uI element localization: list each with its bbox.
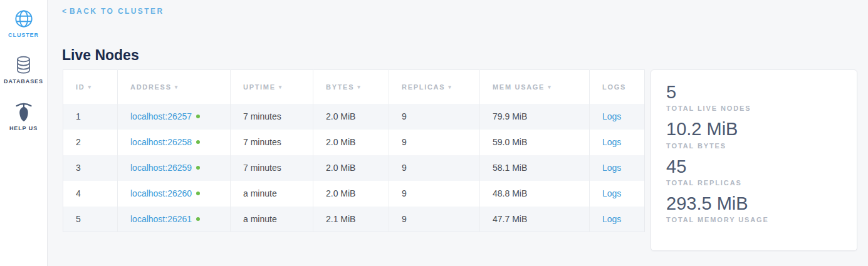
node-address-link[interactable]: localhost:26258 — [130, 137, 192, 147]
databases-icon — [14, 54, 33, 76]
node-address-link[interactable]: localhost:26260 — [130, 188, 192, 198]
stat-label: TOTAL REPLICAS — [666, 179, 842, 187]
cell-replicas: 9 — [389, 155, 480, 181]
cell-uptime: 7 minutes — [231, 155, 313, 181]
cell-logs: Logs — [590, 181, 645, 207]
cell-id: 1 — [63, 104, 118, 130]
summary-stat: 10.2 MiB TOTAL BYTES — [666, 119, 842, 149]
summary-card: 5 TOTAL LIVE NODES 10.2 MiB TOTAL BYTES … — [651, 69, 857, 251]
sidebar: CLUSTER DATABASES HELP US — [0, 0, 48, 266]
column-header-address[interactable]: ADDRESS▾ — [118, 70, 231, 104]
cell-id: 4 — [63, 181, 118, 207]
cell-mem-usage: 47.7 MiB — [480, 207, 590, 232]
node-logs-link[interactable]: Logs — [602, 137, 621, 147]
table-row: 3 localhost:26259 7 minutes 2.0 MiB 9 58… — [63, 155, 645, 181]
sidebar-item-label: DATABASES — [4, 78, 43, 84]
node-logs-link[interactable]: Logs — [602, 188, 621, 198]
stat-value: 293.5 MiB — [666, 193, 842, 214]
column-header-mem-usage[interactable]: MEM USAGE▾ — [480, 70, 590, 104]
stat-label: TOTAL LIVE NODES — [666, 105, 842, 112]
node-address-link[interactable]: localhost:26259 — [130, 163, 192, 173]
node-live-dot — [196, 192, 200, 195]
table-row: 4 localhost:26260 a minute 2.0 MiB 9 48.… — [63, 181, 645, 207]
table-row: 2 localhost:26258 7 minutes 2.0 MiB 9 59… — [63, 130, 645, 155]
cell-bytes: 2.1 MiB — [313, 207, 389, 232]
sidebar-item-cluster[interactable]: CLUSTER — [8, 8, 39, 38]
column-header-uptime[interactable]: UPTIME▾ — [231, 70, 313, 104]
cell-replicas: 9 — [389, 207, 480, 232]
table-row: 5 localhost:26261 a minute 2.1 MiB 9 47.… — [63, 207, 645, 232]
cell-address: localhost:26257 — [118, 104, 231, 130]
cell-uptime: 7 minutes — [231, 104, 313, 130]
cell-id: 5 — [63, 207, 118, 232]
cell-address: localhost:26260 — [118, 181, 231, 207]
sort-down-icon: ▾ — [448, 84, 452, 90]
cell-mem-usage: 79.9 MiB — [480, 104, 590, 130]
cell-logs: Logs — [590, 104, 645, 130]
node-logs-link[interactable]: Logs — [602, 111, 621, 121]
back-arrow-icon: < — [62, 7, 66, 16]
live-nodes-table: ID▾ ADDRESS▾ UPTIME▾ BYTES▾ REPLICAS▾ ME… — [63, 69, 644, 232]
stat-value: 5 — [666, 82, 842, 103]
summary-stat: 45 TOTAL REPLICAS — [666, 156, 842, 187]
column-header-logs: LOGS — [590, 70, 645, 104]
cell-replicas: 9 — [389, 130, 480, 155]
node-live-dot — [196, 140, 200, 144]
sidebar-item-databases[interactable]: DATABASES — [4, 54, 43, 84]
globe-icon — [13, 8, 34, 29]
sort-down-icon: ▾ — [88, 84, 92, 90]
table-header-row: ID▾ ADDRESS▾ UPTIME▾ BYTES▾ REPLICAS▾ ME… — [63, 70, 645, 104]
sort-down-icon: ▾ — [548, 84, 552, 90]
cell-replicas: 9 — [389, 104, 480, 130]
cell-address: localhost:26261 — [118, 207, 231, 232]
cell-mem-usage: 59.0 MiB — [480, 130, 590, 155]
cell-logs: Logs — [590, 207, 645, 232]
cell-bytes: 2.0 MiB — [313, 181, 389, 207]
cell-id: 3 — [63, 155, 118, 181]
stat-value: 10.2 MiB — [666, 119, 842, 140]
node-live-dot — [196, 115, 200, 118]
node-address-link[interactable]: localhost:26261 — [130, 214, 192, 224]
column-header-id[interactable]: ID▾ — [63, 70, 118, 104]
column-header-replicas[interactable]: REPLICAS▾ — [389, 70, 480, 104]
node-address-link[interactable]: localhost:26257 — [130, 111, 192, 121]
back-to-cluster-link[interactable]: <BACK TO CLUSTER — [62, 7, 164, 16]
cell-uptime: a minute — [231, 181, 313, 207]
table-row: 1 localhost:26257 7 minutes 2.0 MiB 9 79… — [63, 104, 645, 130]
cell-bytes: 2.0 MiB — [313, 104, 389, 130]
cell-mem-usage: 58.1 MiB — [480, 155, 590, 181]
cell-replicas: 9 — [389, 181, 480, 207]
node-logs-link[interactable]: Logs — [602, 214, 621, 224]
sidebar-item-help-us[interactable]: HELP US — [9, 101, 38, 131]
sidebar-item-label: CLUSTER — [8, 32, 39, 38]
cell-address: localhost:26258 — [118, 130, 231, 155]
cell-mem-usage: 48.8 MiB — [480, 181, 590, 207]
sort-down-icon: ▾ — [279, 84, 283, 90]
cell-uptime: a minute — [231, 207, 313, 232]
cell-bytes: 2.0 MiB — [313, 130, 389, 155]
sort-down-icon: ▾ — [357, 84, 361, 90]
summary-stat: 293.5 MiB TOTAL MEMORY USAGE — [666, 193, 842, 223]
sidebar-item-label: HELP US — [9, 125, 38, 131]
cell-logs: Logs — [590, 130, 645, 155]
back-link-label: BACK TO CLUSTER — [70, 7, 164, 16]
cell-id: 2 — [63, 130, 118, 155]
node-logs-link[interactable]: Logs — [602, 163, 621, 173]
cell-bytes: 2.0 MiB — [313, 155, 389, 181]
cell-address: localhost:26259 — [118, 155, 231, 181]
stat-label: TOTAL MEMORY USAGE — [666, 216, 842, 223]
stat-value: 45 — [666, 156, 842, 177]
stat-label: TOTAL BYTES — [666, 142, 842, 150]
sort-down-icon: ▾ — [175, 84, 179, 90]
cell-logs: Logs — [590, 155, 645, 181]
summary-stat: 5 TOTAL LIVE NODES — [666, 82, 842, 112]
cockroach-icon — [14, 101, 34, 123]
column-header-bytes[interactable]: BYTES▾ — [313, 70, 389, 104]
cell-uptime: 7 minutes — [231, 130, 313, 155]
page-title: Live Nodes — [62, 47, 139, 64]
node-live-dot — [196, 166, 200, 170]
node-live-dot — [196, 217, 200, 221]
